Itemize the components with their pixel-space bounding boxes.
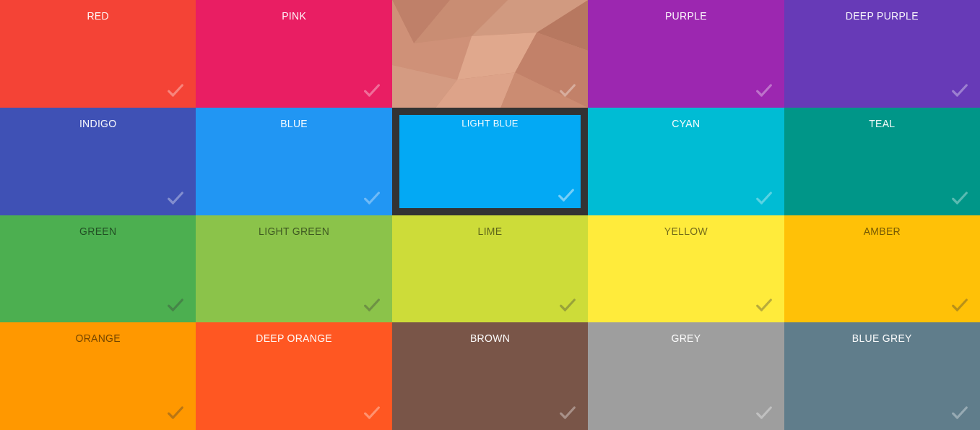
color-tile-label: PURPLE [588,10,784,22]
color-tile-label: INDIGO [0,118,196,129]
check-icon [165,188,186,208]
check-icon [950,403,970,423]
color-tile-blue[interactable]: BLUE [196,108,391,215]
color-tile-label: LIGHT GREEN [196,225,391,237]
color-tile-brown[interactable]: BROWN [392,322,588,430]
color-tile-grey[interactable]: GREY [588,322,784,430]
color-tile-light-blue[interactable]: LIGHT BLUE [392,108,588,215]
check-icon [362,295,382,315]
color-tile-red[interactable]: RED [0,0,196,108]
color-tile-label: CYAN [588,118,784,129]
color-tile-inner: LIGHT BLUE [399,115,581,208]
color-tile-label: AMBER [784,225,980,237]
check-icon [754,80,774,100]
check-icon [950,188,970,208]
check-icon [165,295,186,315]
check-icon [556,185,576,205]
color-palette-grid: REDPINK PURPLEDEEP PURPLEINDIGOBLUELIGHT… [0,0,980,430]
check-icon [558,403,578,423]
color-tile-label: BLUE GREY [784,332,980,344]
color-tile-pattern[interactable] [392,0,588,108]
color-tile-amber[interactable]: AMBER [784,215,980,323]
color-tile-label: DEEP ORANGE [196,332,391,344]
color-tile-yellow[interactable]: YELLOW [588,215,784,323]
check-icon [754,403,774,423]
color-tile-orange[interactable]: ORANGE [0,322,196,430]
check-icon [950,295,970,315]
color-tile-label: GREY [588,332,784,344]
check-icon [165,403,186,423]
color-tile-label: RED [0,10,196,22]
color-tile-indigo[interactable]: INDIGO [0,108,196,215]
color-tile-label: BROWN [392,332,588,344]
check-icon [558,295,578,315]
check-icon [754,295,774,315]
color-tile-deep-purple[interactable]: DEEP PURPLE [784,0,980,108]
check-icon [165,80,186,100]
color-tile-label: TEAL [784,118,980,129]
check-icon [362,403,382,423]
color-tile-label: LIME [392,225,588,237]
check-icon [950,80,970,100]
check-icon [558,80,578,100]
color-tile-green[interactable]: GREEN [0,215,196,323]
color-tile-teal[interactable]: TEAL [784,108,980,215]
color-tile-blue-grey[interactable]: BLUE GREY [784,322,980,430]
color-tile-label: ORANGE [0,332,196,344]
color-tile-label: YELLOW [588,225,784,237]
color-tile-label: LIGHT BLUE [399,118,581,129]
color-tile-purple[interactable]: PURPLE [588,0,784,108]
color-tile-cyan[interactable]: CYAN [588,108,784,215]
color-tile-label: GREEN [0,225,196,237]
color-tile-label: PINK [196,10,391,22]
color-tile-label: BLUE [196,118,391,129]
check-icon [362,80,382,100]
color-tile-pink[interactable]: PINK [196,0,391,108]
color-tile-deep-orange[interactable]: DEEP ORANGE [196,322,391,430]
check-icon [754,188,774,208]
color-tile-lime[interactable]: LIME [392,215,588,323]
color-tile-light-green[interactable]: LIGHT GREEN [196,215,391,323]
color-tile-label: DEEP PURPLE [784,10,980,22]
check-icon [362,188,382,208]
